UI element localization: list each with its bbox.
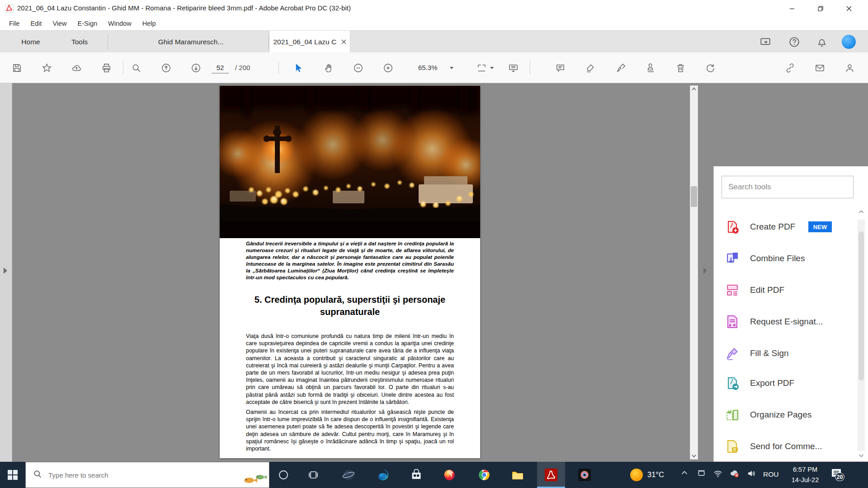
link-icon[interactable] [782, 60, 797, 75]
task-view-icon[interactable] [299, 462, 327, 488]
window-title: 2021_06_04 Lazu Constantin - Ghid MM - R… [17, 4, 351, 12]
menu-help[interactable]: Help [137, 17, 161, 30]
edge-browser-icon[interactable] [369, 462, 397, 488]
email-icon[interactable] [812, 60, 827, 75]
page-number-input[interactable] [212, 62, 229, 74]
scrollbar-thumb[interactable] [691, 186, 697, 207]
cortana-icon[interactable] [269, 462, 297, 488]
clock-date: 14-Jul-22 [784, 475, 826, 485]
user-avatar[interactable] [842, 35, 856, 49]
tab-divider [108, 34, 108, 49]
firefox-browser-icon[interactable] [435, 462, 463, 488]
sign-pen-icon[interactable] [613, 60, 628, 75]
stamp-icon[interactable] [643, 60, 658, 75]
microsoft-store-icon[interactable] [402, 462, 430, 488]
tool-create-pdf[interactable]: Create PDF [725, 217, 851, 237]
highlighter-icon[interactable] [582, 60, 598, 75]
hand-tool-icon[interactable] [321, 60, 336, 75]
print-icon[interactable] [99, 60, 114, 75]
fill-sign-icon [725, 346, 740, 361]
tool-label: Edit PDF [750, 285, 784, 295]
tool-edit-pdf[interactable]: Edit PDF [725, 280, 851, 300]
planet-app-icon[interactable] [335, 462, 363, 488]
panel-scroll-down-icon[interactable] [858, 454, 865, 458]
zoom-out-icon[interactable] [350, 60, 366, 75]
minimize-button[interactable] [781, 0, 803, 17]
fit-width-icon[interactable] [474, 60, 489, 75]
tool-fill-sign[interactable]: Fill & Sign [725, 343, 851, 363]
panel-scrollbar-thumb[interactable] [859, 231, 864, 380]
tool-export-pdf[interactable]: Export PDF [725, 373, 851, 393]
tool-combine-files[interactable]: Combine Files [725, 249, 851, 268]
onedrive-error-icon[interactable] [730, 469, 740, 478]
scroll-up-icon[interactable] [691, 87, 697, 91]
tab-home[interactable]: Home [8, 31, 53, 53]
eye-app-icon[interactable] [571, 462, 599, 488]
panel-scrollbar-track[interactable] [858, 220, 865, 451]
tab-close-icon[interactable] [341, 39, 346, 44]
tab-document-ghid[interactable]: Ghid Maramuresch... [113, 31, 269, 53]
title-bar: 2021_06_04 Lazu Constantin - Ghid MM - R… [0, 0, 868, 17]
zoom-level-value[interactable]: 65.3% [418, 64, 438, 71]
menu-esign[interactable]: E-Sign [72, 17, 103, 30]
panel-scroll-up-icon[interactable] [858, 210, 865, 214]
search-tools-input[interactable] [722, 176, 854, 198]
taskbar-search-input[interactable] [47, 471, 269, 479]
tools-panel-scrollbar[interactable] [858, 210, 865, 488]
language-indicator[interactable]: ROU [763, 470, 778, 479]
tray-chevron-up-icon[interactable] [681, 469, 688, 477]
fit-dropdown-caret-icon[interactable] [490, 67, 494, 69]
wifi-icon[interactable] [713, 469, 722, 478]
restore-button[interactable] [809, 0, 832, 17]
scroll-down-icon[interactable] [691, 454, 697, 458]
tool-request-esignatures[interactable]: Request E-signat... [725, 312, 851, 332]
toolbar-divider [530, 61, 530, 75]
page-display-icon[interactable] [505, 60, 521, 75]
document-content-area: Gândul trecerii ireversibile a timpului … [0, 83, 868, 462]
cast-screen-icon[interactable] [697, 469, 706, 478]
tool-send-for-comments[interactable]: Send for Comme... [725, 436, 851, 456]
acrobat-app-icon[interactable] [537, 462, 565, 488]
help-icon[interactable] [787, 34, 802, 50]
taskbar-search-box[interactable] [25, 462, 269, 488]
next-page-icon[interactable] [188, 60, 203, 75]
tool-label: Organize Pages [750, 410, 811, 420]
taskbar-clock[interactable]: 6:57 PM 14-Jul-22 [784, 465, 826, 485]
find-icon[interactable] [128, 60, 144, 75]
rotate-redo-icon[interactable] [703, 60, 718, 75]
menu-edit[interactable]: Edit [25, 17, 47, 30]
expand-right-panel-icon[interactable] [703, 267, 707, 274]
menu-window[interactable]: Window [103, 17, 137, 30]
user-profile-icon[interactable] [842, 60, 857, 75]
share-screen-icon[interactable] [758, 34, 773, 50]
tool-organize-pages[interactable]: Organize Pages [725, 405, 851, 425]
document-scrollbar[interactable] [690, 85, 698, 460]
body-paragraph-1: Viaţa dusă într-o comuniune profundă cu … [246, 333, 454, 406]
notifications-bell-icon[interactable] [814, 34, 830, 50]
menu-file[interactable]: File [4, 17, 25, 30]
cloud-upload-icon[interactable] [69, 60, 84, 75]
action-center-icon[interactable]: 20 [831, 468, 843, 481]
select-tool-icon[interactable] [290, 60, 306, 75]
organize-pages-icon [725, 407, 740, 422]
star-favorite-icon[interactable] [39, 60, 54, 75]
speaker-icon[interactable] [747, 469, 756, 478]
close-button[interactable] [838, 0, 860, 17]
comment-icon[interactable] [552, 60, 568, 75]
tools-panel: Create PDF Combine Files Edit PDF Reques… [713, 166, 868, 488]
tab-document-active[interactable]: 2021_06_04 Lazu C... [269, 31, 350, 53]
previous-page-icon[interactable] [158, 60, 174, 75]
start-button[interactable] [0, 462, 25, 488]
file-explorer-icon[interactable] [504, 462, 532, 488]
menu-view[interactable]: View [47, 17, 72, 30]
zoom-dropdown-caret-icon[interactable] [450, 67, 453, 69]
tool-label: Export PDF [750, 378, 794, 388]
delete-trash-icon[interactable] [673, 60, 688, 75]
save-icon[interactable] [9, 60, 24, 75]
chrome-browser-icon[interactable] [470, 462, 498, 488]
tab-tools[interactable]: Tools [58, 31, 101, 53]
weather-sun-icon[interactable] [630, 469, 643, 481]
temperature-label[interactable]: 31°C [647, 470, 664, 479]
expand-left-panel-icon[interactable] [4, 267, 7, 274]
zoom-in-icon[interactable] [380, 60, 396, 75]
